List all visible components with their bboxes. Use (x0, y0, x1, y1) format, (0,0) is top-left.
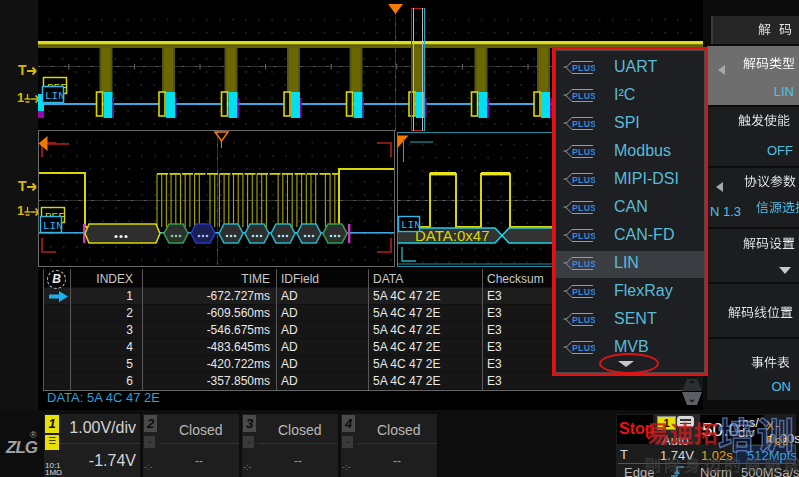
svg-text:PLUS: PLUS (572, 315, 595, 325)
svg-text:PLUS: PLUS (572, 287, 595, 297)
svg-text:PLUS: PLUS (572, 91, 595, 101)
svg-text:PLUS: PLUS (572, 119, 595, 129)
svg-text:LIN: LIN (45, 90, 65, 102)
svg-text:PLUS: PLUS (572, 203, 595, 213)
svg-text:DATA:0x47: DATA:0x47 (415, 227, 489, 244)
svg-text:LIN: LIN (401, 219, 421, 231)
svg-text:LIN: LIN (43, 220, 63, 232)
svg-text:PLUS: PLUS (572, 343, 595, 353)
svg-text:PLUS: PLUS (572, 63, 595, 73)
svg-text:PLUS: PLUS (572, 175, 595, 185)
svg-text:PLUS: PLUS (572, 147, 595, 157)
svg-text:PLUS: PLUS (572, 259, 595, 269)
svg-text:PLUS: PLUS (572, 231, 595, 241)
